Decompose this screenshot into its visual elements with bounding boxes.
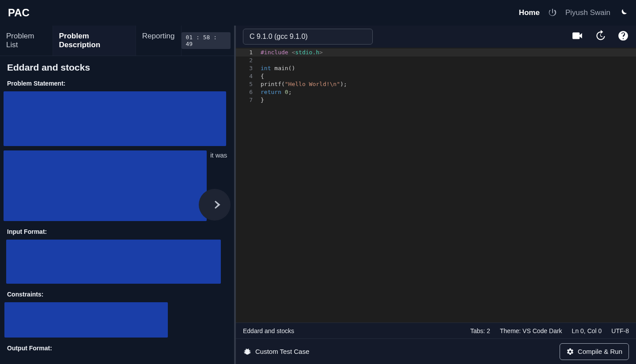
video-icon[interactable]	[572, 30, 583, 43]
custom-test-case-button[interactable]: Custom Test Case	[243, 347, 309, 356]
tab-reporting[interactable]: Reporting	[136, 26, 182, 56]
timer: 01 : 58 : 49	[182, 32, 231, 49]
problem-title: Eddard and stocks	[7, 62, 227, 73]
peek-text-1: it was	[210, 151, 234, 159]
compile-run-button[interactable]: Compile & Run	[560, 343, 629, 360]
username-label[interactable]: Piyush Swain	[565, 8, 610, 17]
status-theme[interactable]: Theme: VS Code Dark	[500, 327, 562, 334]
editor-code[interactable]: #include <stdio.h> int main() { printf("…	[256, 48, 636, 323]
editor-header-icons	[572, 30, 629, 43]
statement-block-2	[4, 150, 207, 221]
app-logo[interactable]: PAC	[8, 7, 30, 19]
tab-problem-list[interactable]: Problem List	[0, 26, 53, 56]
topbar: PAC Home Piyush Swain	[0, 0, 636, 26]
heading-input-format: Input Format:	[7, 228, 227, 235]
status-problem-name: Eddard and stocks	[243, 327, 294, 334]
tabs-row: Problem List Problem Description Reporti…	[0, 26, 234, 56]
nav-home[interactable]: Home	[519, 8, 540, 17]
statement-block-1	[4, 91, 226, 146]
heading-problem-statement: Problem Statement:	[7, 80, 227, 87]
problem-pane: Problem List Problem Description Reporti…	[0, 26, 234, 364]
editor-statusbar: Eddard and stocks Tabs: 2 Theme: VS Code…	[236, 323, 636, 338]
topbar-right: Home Piyush Swain	[519, 8, 628, 18]
editor-pane: C 9.1.0 (gcc 9.1.0) 1 2 3 4 5 6	[236, 26, 636, 364]
heading-constraints: Constraints:	[7, 291, 227, 298]
status-tabs[interactable]: Tabs: 2	[470, 327, 490, 334]
problem-body: Eddard and stocks Problem Statement: it …	[0, 56, 234, 364]
history-icon[interactable]	[594, 30, 606, 43]
code-editor[interactable]: 1 2 3 4 5 6 7 #include <stdio.h> int mai…	[236, 48, 636, 323]
theme-toggle-icon[interactable]	[618, 8, 628, 18]
help-icon[interactable]	[617, 30, 629, 43]
status-cursor: Ln 0, Col 0	[572, 327, 602, 334]
bug-icon	[243, 347, 252, 356]
constraints-block	[4, 302, 168, 338]
heading-output-format: Output Format:	[7, 345, 227, 352]
status-encoding: UTF-8	[611, 327, 629, 334]
action-bar: Custom Test Case Compile & Run	[236, 338, 636, 364]
logout-icon[interactable]	[548, 8, 557, 18]
tab-problem-description[interactable]: Problem Description	[53, 26, 136, 56]
input-format-block	[6, 240, 221, 284]
gear-icon	[566, 348, 574, 356]
language-select[interactable]: C 9.1.0 (gcc 9.1.0)	[243, 29, 373, 45]
arrow-right-icon	[207, 197, 222, 212]
editor-gutter: 1 2 3 4 5 6 7	[236, 48, 256, 323]
next-problem-button[interactable]	[199, 189, 231, 221]
tabs: Problem List Problem Description Reporti…	[0, 26, 182, 56]
editor-header: C 9.1.0 (gcc 9.1.0)	[236, 26, 636, 48]
main-content: Problem List Problem Description Reporti…	[0, 26, 636, 364]
